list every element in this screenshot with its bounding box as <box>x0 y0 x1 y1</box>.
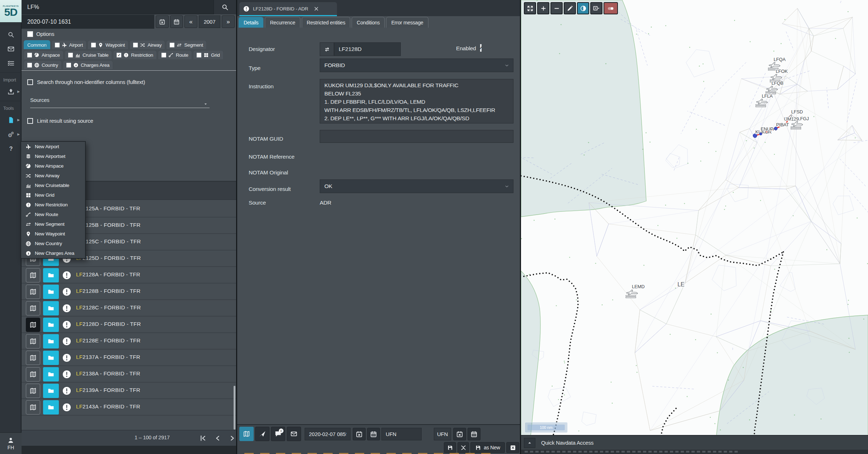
sources-caret-icon[interactable] <box>203 102 208 107</box>
row-folder-button[interactable] <box>43 384 59 398</box>
show-on-map-button[interactable] <box>239 427 254 441</box>
tab-checkbox[interactable] <box>91 43 96 47</box>
options-toggle[interactable]: Options <box>27 31 54 37</box>
tab-grid[interactable]: Grid <box>193 50 224 59</box>
valid-to-input[interactable] <box>381 428 422 440</box>
menu-item-new-cruisetable[interactable]: New Cruisetable <box>21 181 85 190</box>
result-row-LF2143A[interactable]: LF2143A - FORBID - TFR <box>22 399 236 416</box>
menu-item-new-route[interactable]: New Route <box>21 210 85 219</box>
row-map-button[interactable] <box>26 318 40 332</box>
pick-date-button[interactable] <box>170 15 183 28</box>
row-map-button[interactable] <box>26 400 40 415</box>
row-folder-button[interactable] <box>43 400 59 415</box>
tab-checkbox[interactable] <box>68 53 73 57</box>
menu-item-new-country[interactable]: New Country <box>21 239 85 248</box>
tab-segment[interactable]: Segment <box>166 40 207 49</box>
search-input[interactable] <box>22 0 214 14</box>
locate-button[interactable] <box>255 427 269 441</box>
menu-item-new-charges-area[interactable]: New Charges Area <box>21 248 85 258</box>
row-map-button[interactable] <box>26 268 40 282</box>
ufn-button[interactable]: UFN <box>434 428 451 440</box>
result-row-LF2128A[interactable]: LF2128A - FORBID - TFR <box>22 267 236 284</box>
valid-from-pick-button[interactable] <box>367 428 380 440</box>
row-map-button[interactable] <box>26 384 40 398</box>
next-year-button[interactable]: » <box>222 15 235 28</box>
mail-button[interactable] <box>287 427 301 441</box>
tab-country[interactable]: Country <box>24 60 62 69</box>
close-tab-icon[interactable] <box>314 6 319 11</box>
tab-checkbox[interactable] <box>170 43 174 47</box>
search-button[interactable] <box>214 0 236 14</box>
row-folder-button[interactable] <box>43 351 59 365</box>
tab-airway[interactable]: Airway <box>130 40 165 49</box>
map-zoom-in-button[interactable] <box>537 2 549 14</box>
limit-source-checkbox[interactable] <box>27 118 33 124</box>
tab-checkbox[interactable] <box>117 53 121 57</box>
fulltext-checkbox[interactable] <box>27 79 33 85</box>
menu-item-new-waypoint[interactable]: New Waypoint <box>21 229 85 239</box>
valid-from-input[interactable] <box>305 428 351 440</box>
row-map-button[interactable] <box>26 334 40 348</box>
tab-checkbox[interactable] <box>27 53 32 57</box>
tab-checkbox[interactable] <box>197 53 201 57</box>
row-map-button[interactable] <box>26 285 40 299</box>
sidebar-item-gears[interactable]: ⚙⚙ ▶ <box>0 127 22 141</box>
row-map-button[interactable] <box>26 367 40 382</box>
delete-button[interactable] <box>506 442 519 453</box>
detail-tab-restricted-entities[interactable]: Restricted entities <box>302 17 350 28</box>
instruction-textarea[interactable]: KUKOR UM129 DJL$ONLY AVAILABLE FOR TRAFF… <box>320 79 513 123</box>
valid-to-clear-button[interactable] <box>453 428 466 440</box>
row-folder-button[interactable] <box>43 285 59 299</box>
detail-tab-details[interactable]: Details <box>239 17 263 28</box>
menu-item-new-segment[interactable]: New Segment <box>21 219 85 229</box>
map-layers-button[interactable] <box>590 2 602 14</box>
row-folder-button[interactable] <box>43 318 59 332</box>
tab-checkbox[interactable] <box>66 63 71 67</box>
row-folder-button[interactable] <box>43 268 59 282</box>
menu-item-new-grid[interactable]: New Grid <box>21 190 85 200</box>
results-scrollbar[interactable] <box>234 386 235 430</box>
map-overlay-toggle[interactable] <box>604 2 618 14</box>
tab-common[interactable]: Common <box>24 40 50 49</box>
valid-to-pick-button[interactable] <box>468 428 480 440</box>
sidebar-item-search[interactable] <box>0 27 22 42</box>
result-row-LF2128E[interactable]: LF2128E - FORBID - TFR <box>22 333 236 350</box>
sidebar-item-file[interactable]: ▶ <box>0 113 22 127</box>
detail-tab-conditions[interactable]: Conditions <box>352 17 385 28</box>
fulltext-option[interactable]: Search through non-identifier columns (f… <box>27 79 145 85</box>
tab-checkbox[interactable] <box>161 53 166 57</box>
options-checkbox[interactable] <box>27 31 33 37</box>
sidebar-item-checklist[interactable] <box>0 56 22 70</box>
menu-item-new-airway[interactable]: New Airway <box>21 171 85 181</box>
detail-tab-recurrence[interactable]: Recurrence <box>265 17 300 28</box>
designator-input[interactable] <box>334 42 401 56</box>
tab-route[interactable]: Route <box>158 50 192 59</box>
tab-checkbox[interactable] <box>133 43 138 47</box>
enabled-checkbox[interactable] <box>480 44 482 52</box>
tab-checkbox[interactable] <box>55 43 60 47</box>
sidebar-item-mail[interactable] <box>0 42 22 56</box>
row-map-button[interactable] <box>26 351 40 365</box>
clear-date-button[interactable] <box>156 15 169 28</box>
map-zoom-out-button[interactable] <box>550 2 563 14</box>
comments-button[interactable]: 0 <box>271 427 285 441</box>
tab-airspace[interactable]: Airspace <box>24 50 64 59</box>
discard-button[interactable] <box>458 442 469 453</box>
navigation-map[interactable]: LFQALFOKLFQBLFLALFSDLFGJLEMDUM129LEKUKOR… <box>521 0 868 454</box>
document-tab[interactable]: LF2128D - FORBID - ADR <box>239 2 337 15</box>
menu-item-new-airspace[interactable]: New Airspace <box>21 161 85 171</box>
page-prev-button[interactable] <box>213 434 222 443</box>
result-row-LF2128B[interactable]: LF2128B - FORBID - TFR <box>22 284 236 300</box>
page-next-button[interactable] <box>227 434 237 443</box>
designator-swap-button[interactable] <box>320 42 334 56</box>
quick-navdata-expand-button[interactable] <box>524 438 535 448</box>
save-button[interactable] <box>444 442 456 453</box>
type-select[interactable]: FORBID <box>320 58 513 72</box>
result-row-LF2138A[interactable]: LF2138A - FORBID - TFR <box>22 366 236 383</box>
detail-tab-error-message[interactable]: Error message <box>386 17 428 28</box>
tab-restriction[interactable]: Restriction <box>113 50 157 59</box>
page-first-button[interactable] <box>198 434 207 443</box>
valid-from-clear-button[interactable] <box>353 428 366 440</box>
tab-waypoint[interactable]: Waypoint <box>88 40 128 49</box>
limit-source-option[interactable]: Limit result using source <box>27 118 93 124</box>
